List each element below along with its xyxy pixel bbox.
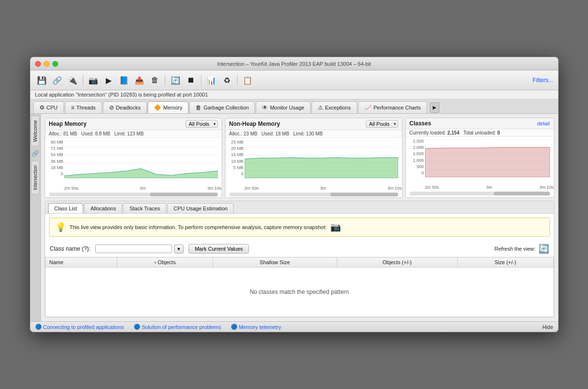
tab-performance[interactable]: 📈 Performance Charts <box>358 101 427 113</box>
maximize-button[interactable] <box>52 61 58 67</box>
telemetry-icon: 🔵 <box>231 324 238 330</box>
tab-deadlocks[interactable]: ⊘ Deadlocks <box>103 101 147 113</box>
class-table: Name ▾ Objects Shallow Size <box>45 257 554 317</box>
refresh-icon[interactable]: 🔄 <box>538 243 549 254</box>
classes-x-labels: 2m 50s 3m 3m 10s <box>406 185 554 191</box>
non-heap-scrollbar[interactable] <box>229 193 398 196</box>
status-text: Local application "Intersection" (PID 10… <box>35 92 208 97</box>
classes-scrollbar[interactable] <box>410 192 550 195</box>
tab-garbage[interactable]: 🗑 Garbage Collection <box>189 101 255 113</box>
classes-tabs: Class List Allocations Stack Traces CPU … <box>45 201 554 214</box>
heap-scrollbar-thumb[interactable] <box>150 193 217 196</box>
tab-exceptions-label: Exceptions <box>325 105 351 110</box>
tab-deadlocks-label: Deadlocks <box>116 105 140 110</box>
stop-icon[interactable]: ⏹ <box>184 73 198 87</box>
save-icon[interactable]: 💾 <box>35 73 49 87</box>
trash-icon[interactable]: 🗑 <box>148 73 162 87</box>
capture-snapshot-icon[interactable]: 📷 <box>330 222 341 232</box>
bookmarks-icon[interactable]: 📘 <box>117 73 131 87</box>
heap-alloc: Alloc.: 81 MB <box>49 131 77 136</box>
titlebar: Intersection – YourKit Java Profiler 201… <box>30 57 558 71</box>
heap-memory-header: Heap Memory All Pools <box>45 118 222 130</box>
heap-scrollbar[interactable] <box>49 193 218 196</box>
empty-row: No classes match the specified pattern <box>45 267 553 317</box>
non-heap-title: Non-Heap Memory <box>229 121 280 127</box>
sidebar-tab-welcome[interactable]: Welcome <box>31 116 39 146</box>
telemetry-label: Memory telemetry <box>239 324 281 330</box>
disconnect-icon[interactable]: 🔌 <box>66 73 79 87</box>
info-icon: 💡 <box>55 222 66 232</box>
header-shallow-size[interactable]: Shallow Size <box>213 257 337 267</box>
refresh-icon[interactable]: 🔄 <box>169 73 182 87</box>
minimize-button[interactable] <box>44 61 50 67</box>
class-name-input[interactable] <box>95 244 172 253</box>
run-icon[interactable]: ▶ <box>102 73 115 87</box>
performance-icon: 🔵 <box>134 324 140 330</box>
gc-icon[interactable]: ♻ <box>220 73 234 87</box>
header-objects-delta[interactable]: Objects (+/-) <box>337 257 457 267</box>
tabs-overflow-button[interactable]: ▶ <box>430 102 439 113</box>
class-dropdown-button[interactable]: ▾ <box>174 244 184 254</box>
tab-cpu-usage-label: CPU Usage Estimation <box>174 206 228 211</box>
bottom-classes-panel: Class List Allocations Stack Traces CPU … <box>45 201 554 317</box>
tab-threads[interactable]: ≡ Threads <box>65 101 102 113</box>
tab-memory[interactable]: 🔶 Memory <box>148 101 188 113</box>
status-link-connecting[interactable]: 🔵 Connecting to profiled applications <box>35 324 124 330</box>
header-name[interactable]: Name <box>45 257 117 267</box>
performance-label: Solution of performance problems <box>142 324 221 330</box>
classes-scrollbar-thumb[interactable] <box>494 192 550 195</box>
non-heap-scrollbar-thumb[interactable] <box>330 193 398 196</box>
non-heap-alloc: Alloc.: 23 MB <box>229 131 258 136</box>
class-table-header: Name ▾ Objects Shallow Size <box>45 257 553 267</box>
non-heap-pool-select[interactable]: All Pools <box>366 120 398 128</box>
svg-marker-6 <box>64 169 218 178</box>
heap-memory-panel: Heap Memory All Pools Alloc.: 81 MB Used… <box>45 118 222 198</box>
garbage-tab-icon: 🗑 <box>196 104 201 111</box>
svg-marker-13 <box>245 158 398 178</box>
connect-icon[interactable]: 🔗 <box>50 73 64 87</box>
export-icon[interactable]: 📤 <box>133 73 146 87</box>
non-heap-used: Used: 18 MB <box>262 131 289 136</box>
class-table-container[interactable]: Name ▾ Objects Shallow Size <box>45 257 554 317</box>
non-heap-limit: Limit: 130 MB <box>293 131 323 136</box>
status-link-memory-telemetry[interactable]: 🔵 Memory telemetry <box>231 324 281 330</box>
tab-class-list-label: Class List <box>54 206 77 211</box>
deadlocks-tab-icon: ⊘ <box>109 104 114 111</box>
mark-current-values-button[interactable]: Mark Current Values <box>188 244 249 254</box>
non-heap-pool-selector[interactable]: All Pools <box>366 120 398 128</box>
status-link-performance[interactable]: 🔵 Solution of performance problems <box>134 324 221 330</box>
tab-stack-traces[interactable]: Stack Traces <box>123 203 166 213</box>
memory-snapshot-icon[interactable]: 📊 <box>205 73 218 87</box>
connecting-icon: 🔵 <box>35 324 42 330</box>
tab-class-list[interactable]: Class List <box>48 203 84 213</box>
heap-memory-stats: Alloc.: 81 MB Used: 8.8 MB Limit: 123 MB <box>45 130 222 138</box>
window-controls <box>35 61 58 67</box>
header-row: Name ▾ Objects Shallow Size <box>45 257 553 267</box>
settings-icon[interactable]: 📋 <box>241 73 254 87</box>
tab-monitor[interactable]: 👁 Monitor Usage <box>256 101 311 113</box>
non-heap-chart-area: 25 MB 20 MB 15 MB 10 MB 5 MB 0 <box>225 138 402 186</box>
sidebar-tab-intersection[interactable]: Intersection <box>31 161 39 194</box>
hide-button[interactable]: Hide <box>542 324 553 330</box>
filters-button[interactable]: Filters... <box>533 77 553 84</box>
cpu-tab-icon: ⚙ <box>39 104 45 111</box>
svg-marker-20 <box>425 147 550 177</box>
classes-unloaded-value: 0 <box>497 130 500 135</box>
tab-exceptions[interactable]: ⚠ Exceptions <box>312 101 357 113</box>
tab-cpu[interactable]: ⚙ CPU <box>33 101 64 113</box>
heap-pool-select[interactable]: All Pools <box>186 120 218 128</box>
header-size-delta[interactable]: Size (+/-) <box>457 257 553 267</box>
bottom-status-bar: 🔵 Connecting to profiled applications 🔵 … <box>30 321 558 332</box>
classes-detail-link[interactable]: detail <box>537 121 550 126</box>
tab-performance-label: Performance Charts <box>374 105 421 110</box>
close-button[interactable] <box>35 61 41 67</box>
header-objects[interactable]: ▾ Objects <box>117 257 213 267</box>
tab-cpu-usage[interactable]: CPU Usage Estimation <box>167 203 234 213</box>
tab-allocations[interactable]: Allocations <box>84 203 122 213</box>
heap-pool-selector[interactable]: All Pools <box>186 120 218 128</box>
non-heap-y-labels: 25 MB 20 MB 15 MB 10 MB 5 MB 0 <box>226 140 244 176</box>
snapshot-icon[interactable]: 📷 <box>87 73 100 87</box>
info-text: This live view provides only basic infor… <box>70 224 327 230</box>
header-name-label: Name <box>50 259 63 265</box>
non-heap-header: Non-Heap Memory All Pools <box>225 118 402 130</box>
